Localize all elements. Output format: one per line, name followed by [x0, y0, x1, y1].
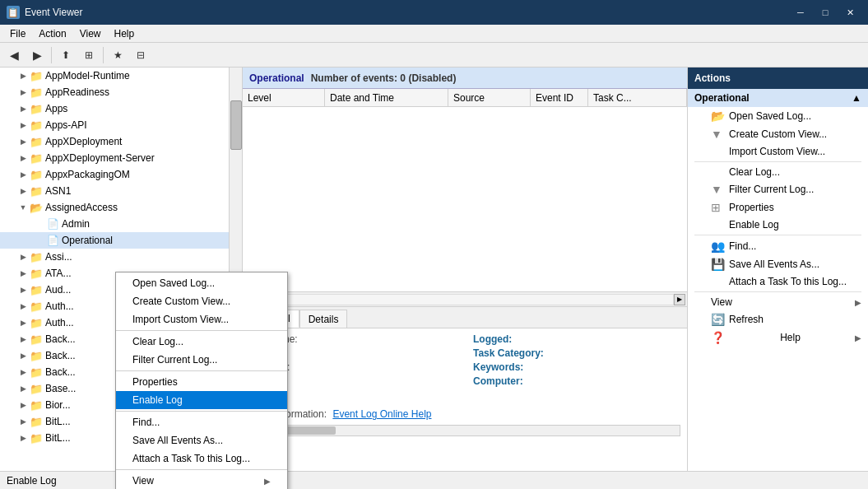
h-scroll-track[interactable]	[256, 294, 674, 305]
expander-assignedaccess[interactable]: ▼	[16, 201, 30, 214]
expander-aud[interactable]: ▶	[16, 283, 30, 296]
tree-item-asn1[interactable]: ▶ 📁 ASN1	[0, 183, 242, 199]
action-label-view: View	[711, 296, 732, 308]
expander-appxdeployserver[interactable]: ▶	[16, 151, 30, 165]
ctx-attach-task[interactable]: Attach a Task To this Log...	[116, 449, 287, 468]
action-save-all-events[interactable]: 💾 Save All Events As...	[688, 255, 868, 273]
properties-button[interactable]: ⊞	[78, 45, 100, 65]
expander-appxdeploy[interactable]: ▶	[16, 135, 30, 148]
menu-action[interactable]: Action	[32, 26, 72, 41]
expander-asn1[interactable]: ▶	[16, 184, 30, 198]
tree-item-operational[interactable]: 📄 Operational	[0, 232, 242, 249]
content-body[interactable]	[243, 107, 687, 291]
ctx-open-saved-log[interactable]: Open Saved Log...	[116, 274, 287, 292]
tree-label-bior: Bior...	[45, 399, 71, 411]
tree-item-appreadiness[interactable]: ▶ 📁 AppReadiness	[0, 84, 242, 100]
action-properties[interactable]: ⊞ Properties	[688, 198, 868, 217]
ctx-sep-3	[116, 411, 287, 412]
expander-auth1[interactable]: ▶	[16, 300, 30, 313]
ctx-filter-current-log[interactable]: Filter Current Log...	[116, 351, 287, 369]
col-header-level[interactable]: Level	[243, 89, 325, 106]
tree-label-apps: Apps	[45, 103, 67, 114]
action-label-enable-log: Enable Log	[729, 219, 779, 231]
expander-bior[interactable]: ▶	[16, 398, 30, 412]
ctx-clear-log[interactable]: Clear Log...	[116, 333, 287, 351]
folder-icon-back2: 📁	[30, 349, 43, 362]
action-refresh[interactable]: 🔄 Refresh	[688, 310, 868, 328]
toolbar: ◀ ▶ ⬆ ⊞ ★ ⊟	[0, 43, 868, 68]
h-scroll-right-btn[interactable]: ▶	[674, 294, 685, 305]
expander-back3[interactable]: ▶	[16, 366, 30, 379]
ctx-view-label: View	[132, 475, 154, 487]
expander-appmodel[interactable]: ▶	[16, 69, 30, 82]
tree-item-assi[interactable]: ▶ 📁 Assi...	[0, 249, 242, 265]
col-header-taskcat[interactable]: Task C...	[588, 89, 687, 106]
expander-back1[interactable]: ▶	[16, 333, 30, 346]
maximize-button[interactable]: □	[814, 4, 837, 21]
tree-scroll-thumb[interactable]	[230, 100, 242, 150]
tree-item-assignedaccess[interactable]: ▼ 📂 AssignedAccess	[0, 199, 242, 216]
ctx-save-all-events[interactable]: Save All Events As...	[116, 431, 287, 449]
tree-item-appxdeploy[interactable]: ▶ 📁 AppXDeployment	[0, 133, 242, 150]
tree-item-apps[interactable]: ▶ 📁 Apps	[0, 100, 242, 117]
expander-ata[interactable]: ▶	[16, 267, 30, 280]
toolbar-separator-2	[103, 47, 104, 63]
expander-bitl1[interactable]: ▶	[16, 415, 30, 428]
expander-base[interactable]: ▶	[16, 382, 30, 395]
expander-appsapi[interactable]: ▶	[16, 119, 30, 132]
action-view[interactable]: View ▶	[688, 294, 868, 310]
tree-item-appsapi[interactable]: ▶ 📁 Apps-API	[0, 117, 242, 133]
action-help[interactable]: ❓ Help ▶	[688, 328, 868, 347]
ctx-find[interactable]: Find...	[116, 413, 287, 431]
action-clear-log[interactable]: Clear Log...	[688, 164, 868, 180]
help-button[interactable]: ★	[107, 45, 128, 65]
tree-label-bitl2: BitL...	[45, 432, 71, 444]
action-import-custom-view[interactable]: Import Custom View...	[688, 143, 868, 160]
action-open-saved-log[interactable]: 📂 Open Saved Log...	[688, 107, 868, 125]
tree-item-appxdeployserver[interactable]: ▶ 📁 AppXDeployment-Server	[0, 150, 242, 166]
tree-item-appmodel[interactable]: ▶ 📁 AppModel-Runtime	[0, 68, 242, 84]
minimize-button[interactable]: ─	[789, 4, 812, 21]
app-icon: 📋	[7, 6, 20, 19]
folder-icon-auth1: 📁	[30, 300, 43, 313]
menu-file[interactable]: File	[3, 26, 32, 41]
up-button[interactable]: ⬆	[55, 45, 77, 65]
expander-assi[interactable]: ▶	[16, 250, 30, 263]
menu-help[interactable]: Help	[108, 26, 142, 41]
expander-apps[interactable]: ▶	[16, 102, 30, 115]
ctx-view[interactable]: View ▶	[116, 472, 287, 489]
back-button[interactable]: ◀	[3, 45, 25, 65]
ctx-import-custom-view[interactable]: Import Custom View...	[116, 310, 287, 328]
tree-label-assi: Assi...	[45, 251, 72, 263]
actions-section-header[interactable]: Operational ▲	[688, 89, 868, 107]
action-find[interactable]: 👥 Find...	[688, 237, 868, 255]
extra-button[interactable]: ⊟	[130, 45, 151, 65]
col-header-datetime[interactable]: Date and Time	[325, 89, 448, 106]
ctx-create-custom-view[interactable]: Create Custom View...	[116, 292, 287, 310]
expander-back2[interactable]: ▶	[16, 349, 30, 362]
col-header-eventid[interactable]: Event ID	[531, 89, 588, 106]
menu-view[interactable]: View	[73, 26, 108, 41]
action-filter-current-log[interactable]: ▼ Filter Current Log...	[688, 180, 868, 198]
action-label-refresh: Refresh	[729, 314, 764, 325]
h-scrollbar[interactable]: ◀ ▶	[243, 291, 687, 306]
event-log-help-link[interactable]: Event Log Online Help	[332, 408, 431, 420]
col-header-source[interactable]: Source	[448, 89, 531, 106]
expander-bitl2[interactable]: ▶	[16, 431, 30, 445]
action-attach-task[interactable]: Attach a Task To this Log...	[688, 273, 868, 290]
expander-appxpkgom[interactable]: ▶	[16, 168, 30, 181]
tree-item-appxpkgom[interactable]: ▶ 📁 AppxPackagingOM	[0, 166, 242, 183]
tree-label-back2: Back...	[45, 350, 76, 361]
forward-button[interactable]: ▶	[26, 45, 48, 65]
action-enable-log[interactable]: Enable Log	[688, 217, 868, 233]
tree-label-auth2: Auth...	[45, 317, 74, 328]
close-button[interactable]: ✕	[838, 4, 861, 21]
ctx-enable-log[interactable]: Enable Log	[116, 391, 287, 409]
folder-icon-appreadiness: 📁	[30, 86, 43, 99]
tree-item-admin[interactable]: 📄 Admin	[0, 216, 242, 232]
tab-details[interactable]: Details	[299, 310, 348, 328]
action-create-custom-view[interactable]: ▼ Create Custom View...	[688, 125, 868, 143]
expander-appreadiness[interactable]: ▶	[16, 86, 30, 99]
ctx-properties[interactable]: Properties	[116, 373, 287, 391]
expander-auth2[interactable]: ▶	[16, 316, 30, 329]
